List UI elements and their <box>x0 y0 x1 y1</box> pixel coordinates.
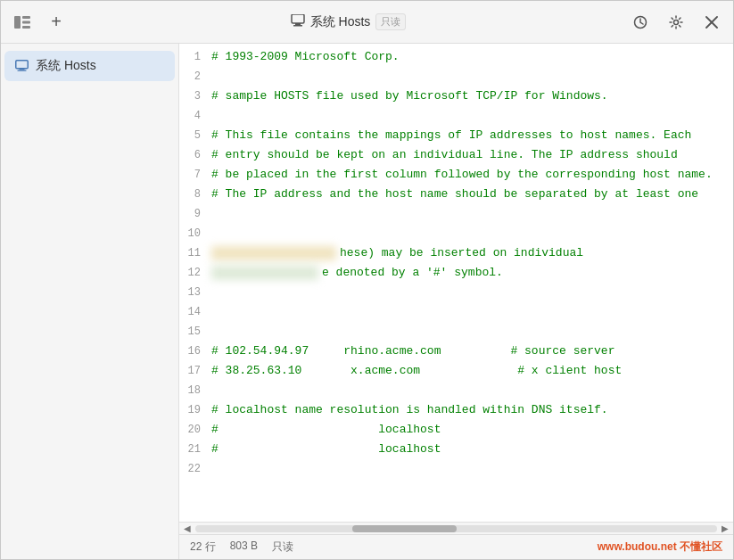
line-number: 10 <box>179 224 211 243</box>
readonly-badge: 只读 <box>375 13 406 30</box>
tab-title: 系统 Hosts <box>310 14 371 30</box>
table-row: 15 <box>179 322 733 342</box>
sidebar-item-label: 系统 Hosts <box>36 58 96 74</box>
table-row: 5# This file contains the mappings of IP… <box>179 126 733 145</box>
scroll-left-arrow[interactable]: ◀ <box>181 523 194 535</box>
table-row: 22 <box>179 459 733 479</box>
line-number: 4 <box>179 106 211 126</box>
svg-rect-2 <box>22 21 30 23</box>
table-row: 4 <box>179 106 733 126</box>
line-number: 18 <box>179 381 211 400</box>
line-number: 16 <box>179 342 211 361</box>
line-content: hese) may be inserted on individual <box>211 243 583 263</box>
horizontal-scrollbar[interactable]: ◀ ▶ <box>179 522 733 534</box>
line-number: 1 <box>179 47 211 67</box>
line-content: # localhost <box>211 420 441 440</box>
line-number: 19 <box>179 400 211 420</box>
scroll-thumb[interactable] <box>352 525 457 532</box>
line-number: 7 <box>179 165 211 185</box>
line-count: 22 行 <box>190 539 216 555</box>
svg-rect-6 <box>293 25 302 27</box>
line-number: 13 <box>179 283 211 302</box>
table-row: 14 <box>179 302 733 322</box>
close-button[interactable] <box>699 10 724 35</box>
sidebar-monitor-icon <box>15 59 29 74</box>
svg-rect-12 <box>20 68 25 70</box>
watermark: www.budou.net 不懂社区 <box>598 539 722 555</box>
table-row: 3# sample HOSTS file used by Microsoft T… <box>179 86 733 106</box>
main-window: + 系统 Hosts 只读 <box>0 0 734 560</box>
monitor-icon <box>291 14 305 30</box>
line-number: 12 <box>179 263 211 283</box>
line-number: 9 <box>179 204 211 224</box>
line-content: # This file contains the mappings of IP … <box>211 126 691 145</box>
line-number: 21 <box>179 440 211 459</box>
readonly-status: 只读 <box>272 539 293 555</box>
scroll-track[interactable] <box>195 525 717 532</box>
file-size: 803 B <box>230 539 258 555</box>
table-row: 19# localhost name resolution is handled… <box>179 400 733 420</box>
sidebar-item-hosts[interactable]: 系统 Hosts <box>4 51 175 81</box>
line-number: 3 <box>179 86 211 106</box>
table-row: 12e denoted by a '#' symbol. <box>179 263 733 283</box>
table-row: 9 <box>179 204 733 224</box>
line-content: # be placed in the first column followed… <box>211 165 713 185</box>
table-row: 6# entry should be kept on an individual… <box>179 145 733 165</box>
svg-rect-4 <box>292 14 304 23</box>
main-area: 系统 Hosts 1# 1993-2009 Microsoft Corp.23#… <box>1 44 733 559</box>
line-content: # sample HOSTS file used by Microsoft TC… <box>211 86 608 106</box>
line-number: 17 <box>179 361 211 381</box>
svg-point-8 <box>674 20 679 24</box>
code-lines: 1# 1993-2009 Microsoft Corp.23# sample H… <box>179 44 733 522</box>
table-row: 13 <box>179 283 733 302</box>
watermark-text: www.budou.net 不懂社区 <box>598 539 722 555</box>
line-content: e denoted by a '#' symbol. <box>211 263 503 283</box>
table-row: 20# localhost <box>179 420 733 440</box>
table-row: 7# be placed in the first column followe… <box>179 165 733 185</box>
table-row: 11hese) may be inserted on individual <box>179 243 733 263</box>
code-view: 1# 1993-2009 Microsoft Corp.23# sample H… <box>179 44 733 522</box>
line-number: 2 <box>179 67 211 86</box>
add-tab-button[interactable]: + <box>44 10 69 35</box>
line-content: # 102.54.94.97 rhino.acme.com # source s… <box>211 342 614 361</box>
scroll-right-arrow[interactable]: ▶ <box>719 523 731 535</box>
sidebar: 系统 Hosts <box>1 44 179 559</box>
svg-rect-13 <box>18 70 27 70</box>
sidebar-toggle-button[interactable] <box>10 10 35 35</box>
editor-content[interactable]: 1# 1993-2009 Microsoft Corp.23# sample H… <box>179 44 733 522</box>
titlebar: + 系统 Hosts 只读 <box>1 1 733 44</box>
table-row: 18 <box>179 381 733 400</box>
statusbar: 22 行 803 B 只读 www.budou.net 不懂社区 <box>179 534 733 559</box>
line-number: 14 <box>179 302 211 322</box>
statusbar-info: 22 行 803 B 只读 <box>190 539 293 555</box>
line-content: # 38.25.63.10 x.acme.com # x client host <box>211 361 622 381</box>
table-row: 21# localhost <box>179 440 733 459</box>
table-row: 2 <box>179 67 733 86</box>
settings-button[interactable] <box>664 10 689 35</box>
line-content: # The IP address and the host name shoul… <box>211 185 698 204</box>
table-row: 8# The IP address and the host name shou… <box>179 185 733 204</box>
svg-rect-0 <box>14 16 21 29</box>
svg-rect-3 <box>22 26 30 29</box>
history-button[interactable] <box>628 10 653 35</box>
line-number: 8 <box>179 185 211 204</box>
line-content: # localhost name resolution is handled w… <box>211 400 608 420</box>
tab-label: 系统 Hosts 只读 <box>291 13 407 30</box>
svg-rect-5 <box>295 23 301 25</box>
line-number: 22 <box>179 459 211 479</box>
line-content: # localhost <box>211 440 441 459</box>
line-number: 15 <box>179 322 211 342</box>
line-number: 5 <box>179 126 211 145</box>
line-content: # 1993-2009 Microsoft Corp. <box>211 47 400 67</box>
table-row: 17# 38.25.63.10 x.acme.com # x client ho… <box>179 361 733 381</box>
line-number: 20 <box>179 420 211 440</box>
editor-area: 1# 1993-2009 Microsoft Corp.23# sample H… <box>179 44 733 559</box>
svg-rect-1 <box>22 16 30 19</box>
svg-rect-11 <box>16 60 29 68</box>
table-row: 1# 1993-2009 Microsoft Corp. <box>179 47 733 67</box>
line-number: 11 <box>179 243 211 263</box>
line-content: # entry should be kept on an individual … <box>211 145 678 165</box>
table-row: 10 <box>179 224 733 243</box>
line-number: 6 <box>179 145 211 165</box>
table-row: 16# 102.54.94.97 rhino.acme.com # source… <box>179 342 733 361</box>
